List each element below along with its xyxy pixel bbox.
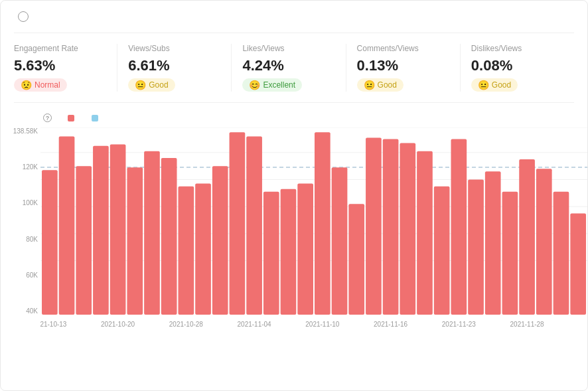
- metric-emoji-1: 😐: [135, 80, 146, 90]
- svg-text:2021-10-28: 2021-10-28: [169, 321, 204, 328]
- chart-wrapper: 138.58K120K100K80K60K40K 2021-10-132021-…: [14, 127, 574, 333]
- average-interaction-widget: Engagement Rate 5.63% 😟 Normal Views/Sub…: [0, 0, 588, 391]
- metric-item-0: Engagement Rate 5.63% 😟 Normal: [14, 44, 117, 92]
- metric-item-2: Likes/Views 4.24% 😊 Excellent: [232, 44, 346, 92]
- svg-rect-25: [348, 204, 364, 315]
- metric-value-2: 4.24%: [242, 57, 334, 74]
- metric-value-1: 6.61%: [128, 57, 220, 74]
- y-label-4: 60K: [26, 272, 38, 279]
- svg-rect-13: [144, 151, 160, 315]
- svg-rect-18: [230, 132, 246, 315]
- metric-label-1: Views/Subs: [128, 44, 220, 53]
- svg-text:2021-11-04: 2021-11-04: [238, 321, 272, 328]
- metric-badge-label-4: Good: [492, 80, 511, 90]
- metric-badge-4: 😐 Good: [471, 78, 518, 92]
- svg-text:2021-11-23: 2021-11-23: [442, 321, 477, 328]
- metric-badge-0: 😟 Normal: [14, 78, 67, 92]
- metric-label-0: Engagement Rate: [14, 44, 106, 53]
- help-icon[interactable]: [18, 11, 29, 22]
- metric-label-2: Likes/Views: [242, 44, 334, 53]
- svg-rect-23: [315, 132, 331, 315]
- legend-normal-dot: [68, 115, 74, 121]
- y-label-5: 40K: [26, 307, 38, 315]
- metric-item-1: Views/Subs 6.61% 😐 Good: [117, 44, 232, 92]
- y-label-3: 80K: [26, 236, 38, 243]
- y-label-1: 120K: [23, 163, 38, 171]
- svg-rect-34: [502, 192, 518, 315]
- svg-rect-9: [76, 166, 92, 315]
- svg-rect-35: [519, 159, 535, 315]
- svg-rect-37: [553, 192, 569, 315]
- y-label-2: 100K: [23, 199, 38, 206]
- y-label-0: 138.58K: [13, 127, 38, 135]
- svg-rect-16: [195, 184, 211, 315]
- metric-value-0: 5.63%: [14, 57, 106, 74]
- metric-item-3: Comments/Views 0.13% 😐 Good: [346, 44, 461, 92]
- svg-rect-30: [434, 187, 450, 315]
- svg-text:2021-10-20: 2021-10-20: [101, 321, 135, 328]
- svg-rect-22: [297, 184, 313, 315]
- svg-rect-19: [246, 136, 262, 315]
- metric-item-4: Dislikes/Views 0.08% 😐 Good: [461, 44, 574, 92]
- metric-badge-2: 😊 Excellent: [242, 78, 302, 92]
- chart-inner: 2021-10-132021-10-202021-10-282021-11-04…: [40, 127, 588, 333]
- avg-views-label: ?: [40, 114, 54, 122]
- legend-livestream: [92, 115, 102, 121]
- svg-rect-7: [42, 170, 58, 315]
- svg-rect-11: [110, 145, 126, 315]
- metrics-row: Engagement Rate 5.63% 😟 Normal Views/Sub…: [14, 44, 574, 103]
- chart-header: ?: [14, 114, 574, 122]
- svg-text:2021-11-10: 2021-11-10: [305, 321, 340, 328]
- svg-rect-24: [332, 167, 348, 315]
- svg-rect-12: [127, 167, 143, 315]
- metric-badge-label-2: Excellent: [263, 80, 295, 90]
- svg-rect-26: [366, 137, 382, 315]
- metric-badge-label-3: Good: [378, 80, 397, 90]
- svg-rect-32: [468, 180, 484, 315]
- svg-rect-29: [417, 151, 433, 315]
- metric-emoji-2: 😊: [249, 80, 260, 90]
- widget-header: [14, 11, 574, 22]
- metric-value-3: 0.13%: [357, 57, 449, 74]
- legend-normal-video: [68, 115, 78, 121]
- svg-text:2021-11-16: 2021-11-16: [374, 321, 408, 328]
- y-axis: 138.58K120K100K80K60K40K: [14, 127, 40, 333]
- svg-rect-14: [161, 158, 177, 315]
- legend-live-dot: [92, 115, 98, 121]
- svg-rect-10: [93, 146, 109, 315]
- svg-rect-21: [281, 189, 297, 315]
- svg-rect-17: [212, 166, 228, 315]
- avg-views-help-icon[interactable]: ?: [43, 114, 52, 122]
- svg-rect-33: [485, 171, 501, 315]
- metric-emoji-3: 😐: [364, 80, 375, 90]
- metric-emoji-0: 😟: [21, 80, 32, 90]
- svg-text:2021-10-13: 2021-10-13: [40, 321, 67, 328]
- metric-badge-label-1: Good: [149, 80, 168, 90]
- metric-badge-label-0: Normal: [35, 80, 60, 90]
- metric-badge-3: 😐 Good: [357, 78, 404, 92]
- svg-rect-28: [400, 143, 415, 315]
- metric-emoji-4: 😐: [478, 80, 489, 90]
- header-left: [14, 11, 29, 22]
- svg-rect-15: [179, 187, 194, 315]
- svg-rect-20: [263, 192, 279, 315]
- metric-label-3: Comments/Views: [357, 44, 449, 53]
- svg-rect-31: [451, 139, 467, 315]
- svg-rect-27: [383, 139, 399, 315]
- svg-rect-36: [536, 169, 552, 315]
- svg-rect-38: [570, 213, 586, 315]
- svg-text:2021-11-28: 2021-11-28: [510, 321, 545, 328]
- svg-rect-8: [59, 136, 75, 315]
- metric-value-4: 0.08%: [471, 57, 563, 74]
- metric-label-4: Dislikes/Views: [471, 44, 563, 53]
- metric-badge-1: 😐 Good: [128, 78, 175, 92]
- divider: [14, 33, 574, 33]
- bar-chart: 2021-10-132021-10-202021-10-282021-11-04…: [40, 127, 588, 333]
